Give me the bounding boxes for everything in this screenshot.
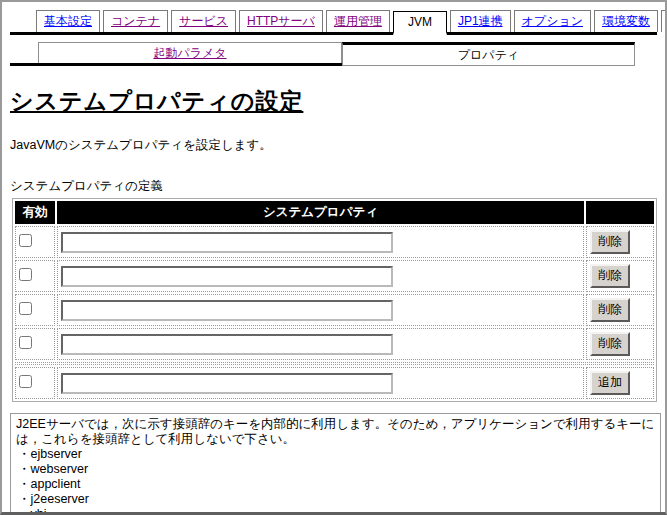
tab-environment-variables[interactable]: 環境変数 — [594, 10, 658, 32]
tab-container[interactable]: コンテナ — [103, 10, 168, 32]
system-property-input[interactable] — [61, 232, 393, 253]
tab-options[interactable]: オプション — [514, 10, 591, 32]
enabled-checkbox[interactable] — [19, 268, 32, 281]
new-system-property-input[interactable] — [61, 373, 393, 394]
system-property-table: 有効 システムプロパティ 削除 削除 削除 — [12, 198, 657, 402]
subtab-left-wrap: 起動パラメタ — [10, 42, 342, 66]
tab-basic-settings[interactable]: 基本設定 — [36, 10, 100, 32]
note-item: ・appclient — [16, 477, 655, 492]
header-action — [586, 201, 654, 224]
table-row: 削除 — [15, 328, 654, 360]
app-window: 基本設定 コンテナ サービス HTTPサーバ 運用管理 JVM JP1連携 オプ… — [0, 0, 667, 515]
enabled-checkbox[interactable] — [19, 302, 32, 315]
tab-load[interactable]: 読み込み — [661, 10, 667, 32]
tab-operation-management[interactable]: 運用管理 — [326, 10, 390, 32]
table-row: 削除 — [15, 260, 654, 292]
table-header-row: 有効 システムプロパティ — [15, 201, 654, 224]
header-enabled: 有効 — [15, 201, 55, 224]
enabled-checkbox[interactable] — [19, 234, 32, 247]
header-property: システムプロパティ — [57, 201, 584, 224]
delete-button[interactable]: 削除 — [590, 332, 630, 356]
enabled-checkbox[interactable] — [19, 375, 32, 388]
subtab-property[interactable]: プロパティ — [342, 42, 635, 66]
delete-button[interactable]: 削除 — [590, 230, 630, 254]
add-button[interactable]: 追加 — [590, 371, 630, 395]
note-item: ・webserver — [16, 462, 655, 477]
add-row: 追加 — [15, 367, 654, 399]
system-property-input[interactable] — [61, 266, 393, 287]
page-description: JavaVMのシステムプロパティを設定します。 — [10, 137, 657, 154]
table-caption: システムプロパティの定義 — [10, 178, 657, 195]
separator-row — [15, 362, 654, 365]
main-tab-bar: 基本設定 コンテナ サービス HTTPサーバ 運用管理 JVM JP1連携 オプ… — [10, 10, 657, 35]
note-intro: J2EEサーバでは，次に示す接頭辞のキーを内部的に利用します。そのため，アプリケ… — [16, 417, 655, 447]
prefix-note-box: J2EEサーバでは，次に示す接頭辞のキーを内部的に利用します。そのため，アプリケ… — [10, 413, 661, 515]
enabled-checkbox[interactable] — [19, 336, 32, 349]
note-item: ・ejbserver — [16, 447, 655, 462]
sub-tab-bar: 起動パラメタ プロパティ — [10, 42, 635, 66]
note-item: ・j2eeserver — [16, 492, 655, 507]
page-title: システムプロパティの設定 — [10, 86, 657, 117]
system-property-input[interactable] — [61, 300, 393, 321]
system-property-input[interactable] — [61, 334, 393, 355]
tab-service[interactable]: サービス — [171, 10, 236, 32]
table-row: 削除 — [15, 226, 654, 258]
tab-jp1-link[interactable]: JP1連携 — [450, 10, 511, 32]
delete-button[interactable]: 削除 — [590, 264, 630, 288]
tab-jvm[interactable]: JVM — [393, 11, 447, 35]
delete-button[interactable]: 削除 — [590, 298, 630, 322]
tab-http-server[interactable]: HTTPサーバ — [239, 10, 323, 32]
table-row: 削除 — [15, 294, 654, 326]
note-item: ・vbj — [16, 507, 655, 515]
page-content: システムプロパティの設定 JavaVMのシステムプロパティを設定します。 システ… — [2, 86, 665, 515]
subtab-launch-parameters[interactable]: 起動パラメタ — [38, 42, 342, 63]
